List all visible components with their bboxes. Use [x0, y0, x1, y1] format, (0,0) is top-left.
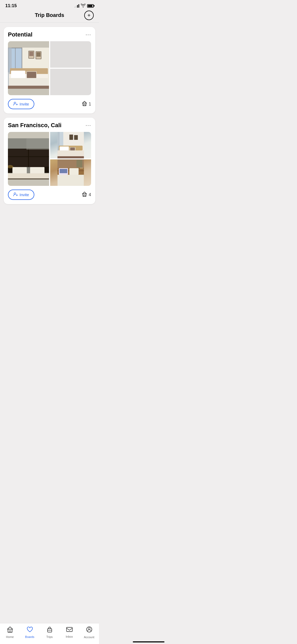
status-bar: 11:15	[0, 0, 99, 10]
house-icon-potential	[82, 101, 87, 107]
svg-point-61	[14, 193, 16, 195]
listing-count-potential: 1	[82, 101, 91, 107]
status-icons	[74, 4, 94, 8]
status-time: 11:15	[5, 3, 17, 8]
svg-rect-33	[12, 167, 27, 174]
svg-point-24	[14, 102, 16, 104]
svg-rect-32	[44, 167, 49, 173]
invite-icon-sf	[13, 192, 18, 197]
battery-icon	[87, 4, 94, 8]
svg-rect-38	[8, 178, 49, 180]
svg-rect-58	[57, 175, 84, 186]
bottom-spacer	[4, 208, 95, 232]
svg-rect-36	[26, 138, 49, 150]
listing-count-value-potential: 1	[89, 102, 91, 107]
board-main-image-potential[interactable]	[8, 41, 49, 95]
board-sub-image-1-sf[interactable]	[50, 132, 91, 158]
board-card-header-potential: Potential ···	[8, 31, 91, 38]
board-image-grid-potential[interactable]	[8, 41, 91, 95]
wifi-icon	[81, 4, 86, 8]
boards-list: Potential ···	[0, 23, 99, 236]
invite-label-potential: Invite	[20, 102, 29, 106]
svg-rect-19	[27, 72, 36, 78]
svg-rect-54	[59, 169, 67, 173]
signal-icon	[74, 4, 79, 8]
svg-rect-43	[74, 135, 78, 140]
invite-button-potential[interactable]: Invite	[8, 99, 34, 109]
svg-rect-11	[29, 52, 34, 56]
svg-rect-60	[76, 160, 82, 167]
page-header: Trip Boards +	[0, 10, 99, 22]
page-title: Trip Boards	[35, 12, 64, 18]
invite-button-sf[interactable]: Invite	[8, 190, 34, 200]
svg-rect-23	[57, 69, 84, 95]
svg-rect-21	[8, 86, 49, 89]
board-card-sf: San Francisco, Cali ···	[4, 118, 95, 204]
svg-rect-14	[36, 52, 41, 57]
svg-rect-30	[28, 149, 29, 167]
board-main-image-sf[interactable]	[8, 132, 49, 186]
svg-rect-26	[84, 104, 85, 106]
svg-rect-47	[70, 148, 75, 150]
listing-count-sf: 4	[82, 191, 91, 198]
board-card-header-sf: San Francisco, Cali ···	[8, 122, 91, 129]
board-card-footer-sf: Invite 4	[8, 190, 91, 200]
board-title-sf: San Francisco, Cali	[8, 122, 62, 129]
board-sub-image-1-potential	[50, 41, 91, 68]
svg-rect-22	[57, 41, 84, 68]
board-sub-image-2-sf[interactable]	[50, 159, 91, 186]
add-board-button[interactable]: +	[84, 11, 94, 20]
svg-rect-42	[69, 135, 73, 140]
svg-rect-49	[57, 156, 84, 158]
listing-count-value-sf: 4	[89, 192, 91, 197]
house-icon-sf	[82, 191, 87, 198]
board-image-grid-sf[interactable]	[8, 132, 91, 186]
invite-label-sf: Invite	[20, 192, 29, 197]
svg-rect-17	[11, 71, 25, 79]
board-title-potential: Potential	[8, 31, 32, 38]
board-card-footer-potential: Invite 1	[8, 99, 91, 109]
board-more-button-potential[interactable]: ···	[86, 31, 91, 38]
svg-rect-55	[69, 168, 78, 175]
board-sub-image-2-potential	[50, 69, 91, 95]
svg-rect-63	[84, 195, 85, 196]
board-more-button-sf[interactable]: ···	[86, 122, 91, 129]
board-card-potential: Potential ···	[4, 27, 95, 113]
svg-rect-34	[30, 167, 44, 174]
invite-icon-potential	[13, 102, 18, 107]
